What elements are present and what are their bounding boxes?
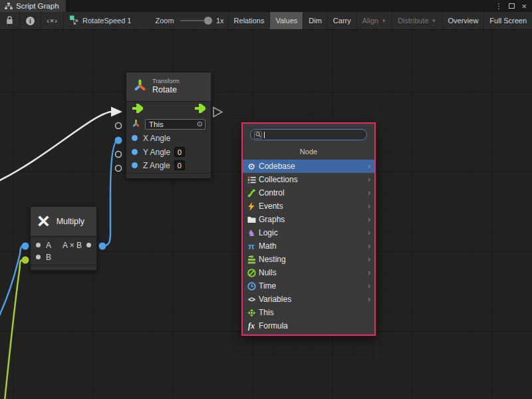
node-rotate[interactable]: Transform Rotate This ⊙ X Angle Y Angle …: [126, 72, 211, 179]
toolbar-button[interactable]: Values ▼: [269, 12, 303, 30]
finder-list-item[interactable]: Time ›: [243, 279, 374, 293]
inspect-button[interactable]: i: [20, 12, 41, 30]
maximize-icon[interactable]: [509, 3, 515, 9]
y-angle-value-field[interactable]: 0: [174, 147, 185, 157]
toolbar-button[interactable]: Overview ▼: [442, 12, 484, 30]
finder-item-label: Graphs: [259, 215, 285, 224]
chevron-right-icon: ›: [368, 201, 370, 211]
control-port-row: [126, 102, 211, 117]
graph-reference-label: RotateSpeed 1: [82, 17, 131, 25]
input-b-port[interactable]: [36, 255, 41, 259]
finder-list-item[interactable]: Nulls ›: [243, 266, 374, 279]
object-picker-icon[interactable]: ⊙: [197, 120, 203, 128]
z-angle-label: Z Angle: [143, 161, 170, 170]
toolbar-button[interactable]: Align ▼: [356, 12, 392, 30]
tab-script-graph[interactable]: Script Graph: [0, 0, 66, 12]
chevron-right-icon: ›: [368, 295, 370, 304]
toolbar-button[interactable]: Relations ▼: [228, 12, 270, 30]
menu-icon[interactable]: ⋮: [495, 2, 502, 11]
chevron-down-icon: ▼: [381, 18, 386, 24]
graph-toolbar: i ‹×› RotateSpeed 1 Zoom 1x Relations ▼ …: [0, 12, 532, 30]
z-angle-port[interactable]: [132, 162, 138, 168]
toolbar-button-label: Values: [275, 17, 297, 25]
input-b-label: B: [46, 253, 51, 262]
multiply-icon: ×: [37, 210, 50, 231]
lock-button[interactable]: [0, 12, 20, 30]
script-graph-icon: [69, 15, 79, 27]
graph-breadcrumb[interactable]: RotateSpeed 1: [64, 15, 138, 27]
chevron-down-icon: ▼: [432, 18, 437, 24]
toolbar-button[interactable]: Distribute ▼: [392, 12, 442, 30]
output-port[interactable]: [86, 243, 91, 247]
variables-icon: <>: [246, 296, 257, 303]
this-object-field[interactable]: This ⊙: [145, 119, 205, 130]
finder-list-item[interactable]: fx Formula ›: [243, 319, 374, 332]
toolbar-button[interactable]: Full Screen ▼: [483, 12, 532, 30]
control-output-arrow-icon[interactable]: [194, 104, 205, 116]
node-multiply-header[interactable]: × Multiply: [31, 207, 96, 237]
finder-item-label: Control: [259, 188, 285, 198]
toolbar-buttons: Relations ▼ Values ▼ Dim ▼ Carry ▼ Align…: [228, 12, 532, 30]
lightning-icon: [246, 202, 257, 211]
chevron-right-icon: ›: [368, 255, 370, 264]
finder-item-label: Events: [259, 201, 283, 211]
nesting-icon: [246, 255, 257, 264]
this-port-row: This ⊙: [126, 117, 211, 131]
this-field-value: This: [149, 120, 197, 128]
chevron-right-icon: ›: [368, 228, 370, 237]
finder-list-item[interactable]: <> Variables ›: [243, 293, 374, 306]
node-multiply[interactable]: × Multiply A A × B B: [30, 206, 97, 271]
finder-item-label: Logic: [259, 228, 278, 237]
finder-list-item[interactable]: Graphs ›: [243, 213, 374, 226]
chevron-right-icon: ›: [368, 281, 370, 291]
finder-list-item[interactable]: Nesting ›: [243, 253, 374, 266]
lock-icon: [6, 16, 13, 26]
node-category: Transform: [152, 78, 180, 85]
finder-list-item[interactable]: Control ›: [243, 186, 374, 200]
toolbar-button[interactable]: Carry ▼: [327, 12, 356, 30]
toolbar-button-label: Relations: [234, 17, 265, 25]
fuzzy-finder: Node ⚙ Codebase › Collections › Control …: [241, 122, 376, 336]
finder-list-item[interactable]: ♞ Logic ›: [243, 226, 374, 239]
folder-icon: [246, 216, 257, 223]
list-icon: [246, 176, 257, 184]
input-a-port[interactable]: [36, 243, 41, 247]
zoom-label: Zoom: [155, 17, 174, 25]
finder-list-item[interactable]: π Math ›: [243, 239, 374, 253]
y-angle-port[interactable]: [132, 149, 138, 155]
finder-header: Node: [243, 143, 374, 160]
z-angle-port-row: Z Angle 0: [126, 159, 211, 173]
search-input[interactable]: [250, 129, 367, 140]
x-angle-port-row: X Angle: [126, 131, 211, 145]
toolbar-button-label: Full Screen: [489, 17, 527, 25]
finder-item-label: Nulls: [259, 268, 277, 277]
close-icon[interactable]: ×: [521, 2, 527, 11]
transform-icon: [133, 78, 147, 95]
x-angle-port[interactable]: [132, 135, 138, 141]
finder-list-item[interactable]: Events ›: [243, 200, 374, 213]
finder-list-item[interactable]: Collections ›: [243, 173, 374, 186]
clock-icon: [246, 282, 257, 291]
zoom-slider-handle[interactable]: [204, 17, 212, 25]
finder-item-label: Formula: [259, 321, 288, 331]
finder-list-item[interactable]: ⚙ Codebase ›: [243, 160, 374, 173]
zoom-slider[interactable]: [180, 20, 211, 21]
edit-graph-button[interactable]: ‹×›: [41, 12, 64, 30]
window-controls: ⋮ ×: [495, 0, 532, 12]
zoom-value: 1x: [216, 17, 224, 25]
toolbar-button[interactable]: Dim ▼: [303, 12, 327, 30]
output-label: A × B: [63, 241, 82, 250]
node-rotate-header[interactable]: Transform Rotate: [126, 72, 211, 102]
null-icon: [246, 269, 257, 277]
node-footer: [31, 265, 96, 270]
finder-list-item[interactable]: This ›: [243, 306, 374, 319]
search-icon: [255, 132, 261, 138]
finder-item-label: This: [259, 308, 274, 317]
node-title: Rotate: [152, 85, 180, 96]
y-angle-port-row: Y Angle 0: [126, 145, 211, 159]
z-angle-value-field[interactable]: 0: [174, 160, 185, 170]
finder-item-label: Collections: [259, 175, 298, 184]
control-icon: [246, 189, 257, 198]
chevron-right-icon: ›: [368, 241, 370, 251]
control-input-arrow-icon[interactable]: [132, 104, 143, 116]
